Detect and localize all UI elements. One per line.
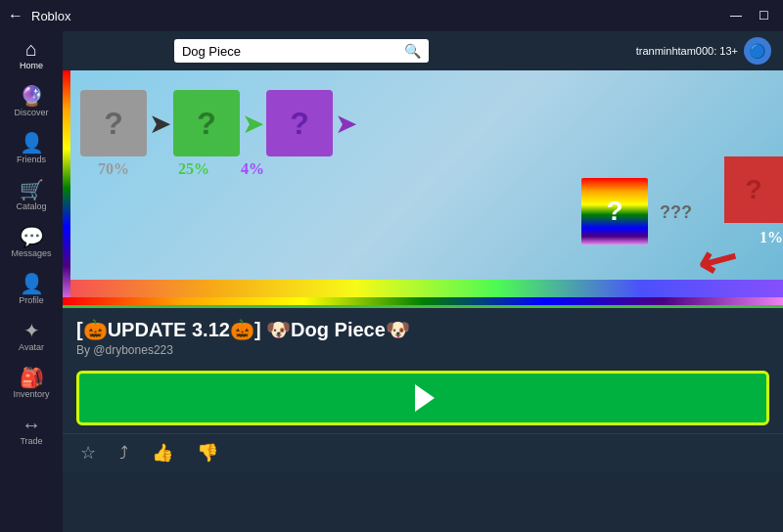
favorite-button[interactable]: ☆ (76, 438, 100, 467)
sidebar-item-discover[interactable]: 🔮 Discover (0, 78, 63, 125)
share-button[interactable]: ⤴ (115, 439, 132, 467)
maximize-button[interactable]: ☐ (752, 6, 775, 25)
inventory-icon: 🎒 (20, 368, 44, 387)
search-input[interactable] (182, 44, 398, 59)
loot-box-rainbow: ? (581, 178, 648, 244)
sidebar-item-catalog[interactable]: 🛒 Catalog (0, 172, 63, 219)
sidebar-label-inventory: Inventory (13, 389, 49, 399)
sidebar-item-inventory[interactable]: 🎒 Inventory (0, 360, 63, 407)
sidebar-label-avatar: Avatar (19, 342, 44, 352)
percent-green: 25% (178, 160, 209, 178)
loot-box-green: ? (173, 90, 240, 156)
friends-icon: 👤 (20, 133, 44, 153)
percent-row: 70% 25% 4% (63, 156, 783, 178)
header: 🔍 tranminhtam000: 13+ 🔵 (63, 31, 783, 70)
sidebar-label-trade: Trade (20, 436, 42, 446)
avatar-icon: ✦ (23, 321, 40, 340)
window-controls: — ☐ (724, 6, 775, 25)
percent-purple: 4% (241, 160, 264, 178)
percent-red: 1% (760, 229, 783, 246)
messages-icon: 💬 (20, 227, 44, 246)
sidebar-label-discover: Discover (14, 108, 48, 117)
arrow-3: ➤ (335, 108, 357, 140)
game-info: [🎃UPDATE 3.12🎃] 🐶Dog Piece🐶 By @drybones… (63, 308, 783, 363)
color-bar (70, 280, 783, 297)
rainbow-percent: ??? (660, 202, 692, 223)
game-author: By @drybones223 (76, 343, 769, 357)
username-label: tranminhtam000: 13+ (636, 45, 738, 57)
play-button[interactable] (76, 371, 769, 425)
profile-icon: 👤 (20, 274, 44, 293)
titlebar: ← Roblox — ☐ (0, 0, 783, 31)
loot-box-purple: ? (266, 90, 333, 156)
sidebar-label-messages: Messages (11, 248, 51, 258)
play-section (63, 363, 783, 433)
thumbs-down-button[interactable]: 👎 (193, 438, 222, 467)
favorite-icon: ☆ (80, 442, 96, 464)
share-icon: ⤴ (119, 443, 128, 464)
play-icon (415, 384, 435, 412)
discover-icon: 🔮 (20, 86, 44, 106)
avatar: 🔵 (744, 37, 771, 65)
sidebar-label-catalog: Catalog (16, 201, 46, 211)
sidebar: ⌂ Home 🔮 Discover 👤 Friends 🛒 Catalog 💬 … (0, 31, 63, 532)
loot-box-red: ? (724, 156, 783, 223)
catalog-icon: 🛒 (20, 180, 44, 200)
thumbs-up-button[interactable]: 👍 (148, 438, 177, 467)
app-title: Roblox (31, 9, 716, 23)
arrow-1: ➤ (149, 108, 171, 140)
minimize-button[interactable]: — (724, 6, 748, 25)
thumbs-down-icon: 👎 (197, 442, 218, 464)
boxes-row: ? ➤ ? ➤ ? ➤ (63, 70, 783, 156)
search-bar: 🔍 (174, 39, 429, 63)
sidebar-item-avatar[interactable]: ✦ Avatar (0, 313, 63, 360)
trade-icon: ↔ (22, 415, 41, 434)
app-container: ⌂ Home 🔮 Discover 👤 Friends 🛒 Catalog 💬 … (0, 31, 783, 532)
game-title: [🎃UPDATE 3.12🎃] 🐶Dog Piece🐶 (76, 318, 769, 341)
rainbow-border-bottom (63, 297, 783, 305)
sidebar-item-profile[interactable]: 👤 Profile (0, 266, 63, 313)
sidebar-label-friends: Friends (17, 155, 46, 164)
sidebar-item-messages[interactable]: 💬 Messages (0, 219, 63, 266)
sidebar-label-profile: Profile (19, 295, 44, 305)
back-button[interactable]: ← (8, 7, 23, 24)
user-info: tranminhtam000: 13+ 🔵 (636, 37, 771, 65)
thumbs-up-icon: 👍 (152, 442, 173, 464)
loot-box-gray: ? (80, 90, 147, 156)
arrow-2: ➤ (242, 108, 264, 140)
sidebar-item-friends[interactable]: 👤 Friends (0, 125, 63, 172)
action-bar: ☆ ⤴ 👍 👎 (63, 433, 783, 471)
rainbow-border-left (63, 70, 70, 305)
main-content: 🔍 tranminhtam000: 13+ 🔵 ? ➤ ? ➤ ? (63, 31, 783, 532)
home-icon: ⌂ (25, 39, 37, 59)
percent-gray: 70% (80, 160, 147, 178)
search-button[interactable]: 🔍 (404, 43, 421, 59)
sidebar-item-trade[interactable]: ↔ Trade (0, 407, 63, 454)
game-banner: ? ➤ ? ➤ ? ➤ 70% 25% 4% ? (63, 70, 783, 305)
sidebar-label-home: Home (20, 61, 43, 70)
sidebar-item-home[interactable]: ⌂ Home (0, 31, 63, 78)
